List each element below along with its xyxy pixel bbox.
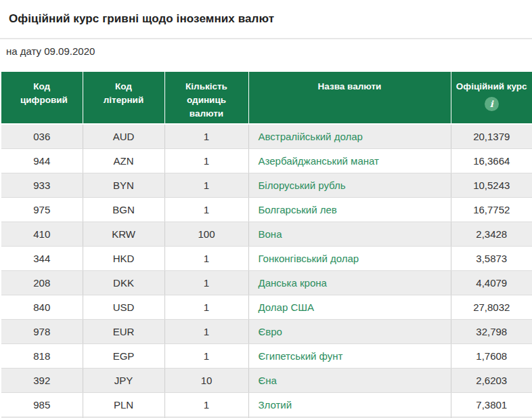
currency-code-numeric: 933 bbox=[1, 173, 83, 198]
table-row: 840 USD 1 Долар США 27,8032 bbox=[1, 295, 532, 320]
currency-rate: 1,7608 bbox=[451, 344, 532, 369]
currency-rate: 3,5873 bbox=[451, 247, 532, 271]
currency-rate: 2,3428 bbox=[451, 222, 532, 247]
page-title: Офіційний курс гривні щодо іноземних вал… bbox=[9, 12, 274, 26]
currency-units: 1 bbox=[164, 124, 248, 149]
currency-code-alpha: DKK bbox=[83, 271, 164, 295]
table-row: 392 JPY 10 Єна 2,6203 bbox=[1, 369, 532, 393]
table-row: 344 HKD 1 Гонконгівський долар 3,5873 bbox=[1, 247, 532, 271]
currency-units: 1 bbox=[164, 320, 248, 344]
exchange-rates-table: Код цифровий Код літерний Кількість один… bbox=[1, 72, 532, 418]
currency-name-link[interactable]: Єгипетський фунт bbox=[259, 350, 343, 362]
currency-units: 1 bbox=[164, 198, 248, 222]
currency-name-link[interactable]: Злотий bbox=[259, 399, 292, 411]
column-header-code-alpha: Код літерний bbox=[83, 72, 164, 124]
currency-units: 1 bbox=[164, 247, 248, 271]
currency-code-numeric: 344 bbox=[1, 247, 83, 271]
currency-name-link[interactable]: Гонконгівський долар bbox=[259, 253, 359, 264]
table-row: 933 BYN 1 Білоруський рубль 10,5243 bbox=[1, 173, 532, 198]
table-row: 410 KRW 100 Вона 2,3428 bbox=[1, 222, 532, 247]
currency-units: 1 bbox=[164, 393, 248, 417]
currency-name-link[interactable]: Австралійський долар bbox=[259, 131, 363, 142]
currency-units: 1 bbox=[164, 271, 248, 295]
currency-units: 1 bbox=[164, 344, 248, 369]
currency-units: 1 bbox=[164, 149, 248, 173]
currency-units: 10 bbox=[164, 369, 248, 393]
table-row: 036 AUD 1 Австралійський долар 20,1379 bbox=[1, 124, 532, 149]
currency-units: 1 bbox=[164, 173, 248, 198]
column-header-code-numeric: Код цифровий bbox=[1, 72, 83, 124]
currency-code-numeric: 985 bbox=[1, 393, 83, 417]
currency-name-link[interactable]: Азербайджанський манат bbox=[259, 155, 379, 167]
currency-rate: 27,8032 bbox=[451, 295, 532, 320]
column-header-currency-name: Назва валюти bbox=[248, 72, 451, 124]
currency-code-numeric: 818 bbox=[1, 344, 83, 369]
date-label: на дату 09.09.2020 bbox=[6, 45, 532, 58]
table-row: 978 EUR 1 Євро 32,798 bbox=[1, 320, 532, 344]
currency-units: 1 bbox=[164, 295, 248, 320]
currency-code-numeric: 410 bbox=[1, 222, 83, 247]
currency-name-link[interactable]: Єна bbox=[259, 375, 277, 386]
table-row: 818 EGP 1 Єгипетський фунт 1,7608 bbox=[1, 344, 532, 369]
currency-code-numeric: 208 bbox=[1, 271, 83, 295]
currency-code-alpha: BGN bbox=[83, 198, 164, 222]
currency-units: 100 bbox=[164, 222, 248, 247]
currency-code-alpha: AUD bbox=[83, 124, 164, 149]
currency-code-alpha: AZN bbox=[83, 149, 164, 173]
currency-code-numeric: 944 bbox=[1, 149, 83, 173]
currency-code-alpha: EUR bbox=[83, 320, 164, 344]
currency-code-alpha: HKD bbox=[83, 247, 164, 271]
table-row: 985 PLN 1 Злотий 7,3801 bbox=[1, 393, 532, 417]
currency-name-link[interactable]: Євро bbox=[259, 326, 282, 337]
column-header-units: Кількість одиниць валюти bbox=[164, 72, 248, 124]
currency-name-link[interactable]: Болгарський лев bbox=[259, 204, 337, 215]
currency-code-alpha: PLN bbox=[83, 393, 164, 417]
currency-code-alpha: KRW bbox=[83, 222, 164, 247]
column-header-rate: Офіційний курс i bbox=[451, 72, 532, 124]
currency-name-link[interactable]: Вона bbox=[259, 228, 282, 240]
currency-rate: 7,3801 bbox=[451, 393, 532, 417]
currency-code-alpha: JPY bbox=[83, 369, 164, 393]
currency-code-numeric: 392 bbox=[1, 369, 83, 393]
currency-code-numeric: 840 bbox=[1, 295, 83, 320]
currency-rate: 10,5243 bbox=[451, 173, 532, 198]
table-header-row: Код цифровий Код літерний Кількість один… bbox=[1, 72, 532, 124]
currency-code-numeric: 975 bbox=[1, 198, 83, 222]
currency-name-link[interactable]: Данська крона bbox=[259, 277, 327, 289]
currency-code-alpha: USD bbox=[83, 295, 164, 320]
column-header-rate-label: Офіційний курс bbox=[456, 80, 527, 93]
currency-name-link[interactable]: Долар США bbox=[259, 301, 315, 313]
info-icon[interactable]: i bbox=[485, 97, 499, 111]
currency-code-numeric: 978 bbox=[1, 320, 83, 344]
currency-code-alpha: BYN bbox=[83, 173, 164, 198]
table-row: 208 DKK 1 Данська крона 4,4079 bbox=[1, 271, 532, 295]
currency-rate: 2,6203 bbox=[451, 369, 532, 393]
page-header: Офіційний курс гривні щодо іноземних вал… bbox=[0, 0, 532, 39]
currency-code-numeric: 036 bbox=[1, 124, 83, 149]
table-row: 975 BGN 1 Болгарський лев 16,7752 bbox=[1, 198, 532, 222]
currency-rate: 20,1379 bbox=[451, 124, 532, 149]
currency-rate: 16,3664 bbox=[451, 149, 532, 173]
currency-rate: 32,798 bbox=[451, 320, 532, 344]
currency-name-link[interactable]: Білоруський рубль bbox=[259, 180, 346, 191]
table-row: 944 AZN 1 Азербайджанський манат 16,3664 bbox=[1, 149, 532, 173]
currency-rate: 4,4079 bbox=[451, 271, 532, 295]
currency-rate: 16,7752 bbox=[451, 198, 532, 222]
currency-code-alpha: EGP bbox=[83, 344, 164, 369]
